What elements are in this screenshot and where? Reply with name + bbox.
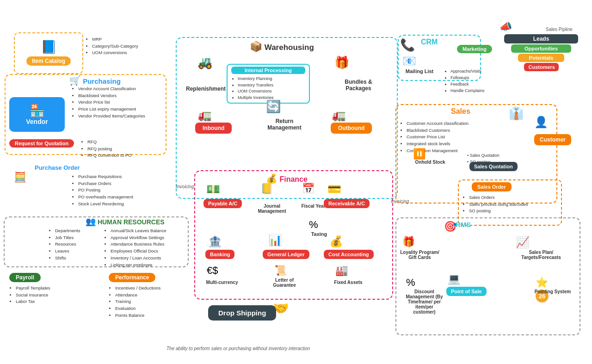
performance-bullets: Incentives / Deductions Attendance Train…	[109, 285, 160, 319]
bundles-label: Bundles & Packages	[333, 79, 384, 92]
rfq-label: Request for Quotation	[9, 139, 74, 148]
letter-guarantee-icon: 📜	[274, 265, 287, 277]
taxing-label: Taxing	[305, 231, 333, 237]
rfq-box: Request for Quotation	[9, 139, 74, 148]
sales-pipeline-title: Sales Pipline	[546, 27, 573, 32]
sales-order-bullets: Sales Orders Sales process using Barcode…	[462, 194, 528, 215]
banking-icon: 🏦	[208, 235, 222, 248]
payable-label: Payable A/C	[204, 199, 242, 208]
sales-plan-icon: 📈	[516, 236, 530, 249]
letter-guarantee-label: Letter of Guarantee	[268, 278, 301, 288]
loyalty-label: Loyality Program/ Gift Cards	[400, 250, 439, 260]
replenishment-icon: 🚜	[184, 56, 226, 70]
rms-box	[395, 217, 580, 335]
cost-accounting-icon: 💰	[329, 235, 343, 248]
po-label: Purchase Order	[35, 164, 80, 171]
customer-icon: 👤	[534, 116, 548, 129]
journal-icon: 📒	[260, 183, 273, 195]
star-icon: ⭐	[536, 277, 549, 289]
sales-order-label: Sales Order	[472, 182, 512, 191]
warehousing-title: 📦 Warehousing	[250, 41, 314, 53]
payable-icon: 💵	[206, 183, 220, 196]
inbound-truck-icon: 🚛	[198, 109, 212, 122]
loyalty-icon: 🎁	[402, 236, 415, 248]
megaphone-icon: 📣	[500, 21, 512, 33]
mailing-icon: 📧	[402, 55, 416, 68]
receivable-label: Receivable A/C	[324, 199, 370, 208]
fiscal-icon: 📅	[302, 183, 314, 195]
inbound-label: Inbound	[195, 123, 232, 134]
sales-bullets: Customer Account classification Blacklis…	[400, 120, 469, 154]
bundles-icon: 🎁	[334, 56, 349, 70]
drop-shipping-label: Drop Shipping	[208, 305, 276, 321]
internal-processing-bullets: Inventory Planning Inventory Transfers U…	[231, 76, 305, 101]
po-bullets: Purchase Requisitions Purchase Orders PO…	[72, 173, 133, 208]
rms-icon: 🎯	[444, 221, 456, 233]
rms-title: RMS	[456, 221, 471, 228]
funnel-potentials: Potentials	[518, 54, 564, 62]
outbound-truck-icon: 🚛	[332, 109, 346, 122]
mailing-bullets: Approachs/Visits Followups Feedback Hand…	[444, 68, 485, 94]
discount-icon: %	[406, 277, 415, 289]
fixed-assets-icon: 🏭	[335, 265, 348, 277]
return-label: Return Management	[264, 118, 305, 131]
onhold-label: Onhold Stock	[412, 160, 449, 165]
internal-processing-title: Internal Processing	[231, 67, 305, 74]
banking-label: Banking	[205, 250, 234, 259]
replenishment-label: Replenishment	[185, 86, 227, 92]
onhold-icon: ⏸️	[413, 148, 426, 160]
crm-title: CRM	[421, 38, 438, 46]
pointing-system-label: Pointing System	[534, 289, 571, 294]
funnel-leads: Leads	[504, 34, 578, 43]
payroll-bullets: Payroll Templates Social Insurance Labor…	[9, 285, 50, 305]
internal-processing-box: Internal Processing Inventory Planning I…	[227, 64, 310, 104]
diagram: 📘 Item Catalog MRP Category/Sub-Category…	[0, 0, 592, 364]
sales-plan-label: Sales Plan/ Targets/Forecasts	[518, 250, 564, 260]
calculator-icon: 🧮	[14, 171, 26, 183]
receivable-icon: 💳	[327, 183, 341, 196]
crm-phone-icon: 📞	[400, 38, 415, 52]
taxing-icon: %	[309, 219, 318, 231]
funnel-opportunities: Opportunities	[511, 44, 571, 53]
general-ledger-label: General Ledger	[263, 250, 309, 259]
invoicing-left-label: Invoicing	[176, 184, 194, 189]
item-catalog-bullets: MRP Category/Sub-Category UOM conversion…	[86, 36, 138, 56]
sales-quotation-label: Sales Quotation	[469, 162, 518, 171]
item-catalog-box: 📘 Item Catalog	[14, 32, 83, 74]
marketing-box: Marketing	[457, 44, 492, 53]
customer-label: Customer	[534, 134, 571, 145]
journal-label: Journal Management	[256, 204, 288, 214]
multicurrency-icon: €$	[207, 265, 218, 277]
sales-title: Sales	[451, 107, 470, 116]
sales-person-icon: 👔	[509, 106, 524, 121]
funnel-customers: Customers	[524, 63, 559, 71]
payroll-box: Payroll	[9, 273, 41, 282]
hr-title: 👥 HUMAN RESOURCES	[86, 216, 165, 227]
purchasing-title: 🛒 Purchasing	[69, 75, 121, 86]
item-catalog-icon: 📘	[41, 41, 57, 54]
fixed-assets-label: Fixed Assets	[332, 280, 364, 285]
mailing-label: Mailing List	[401, 68, 438, 74]
purchasing-bullets: Vendor Account Classification Blackliste…	[72, 86, 145, 120]
payroll-label: Payroll	[9, 273, 41, 282]
marketing-label: Marketing	[457, 45, 492, 53]
cost-accounting-label: Cost Accounting	[324, 250, 374, 259]
hr-bullets-right: Annual/Sick Leaves Balance Approval Work…	[104, 228, 166, 268]
item-catalog-label: Item Catalog	[26, 56, 71, 66]
pos-label: Point of Sale	[446, 287, 487, 296]
general-ledger-icon: 📊	[268, 234, 282, 247]
rfq-bullets: RFQ RFQ posting RFQ conversion to PO	[81, 139, 132, 159]
multicurrency-label: Multi-currency	[204, 280, 240, 285]
discount-label: Discount Management (By Timeframe/ per i…	[405, 289, 444, 315]
return-icon: 🔄	[266, 99, 281, 114]
pos-icon: 💻	[448, 273, 460, 285]
performance-box: Performance	[109, 273, 155, 282]
funnel-container: Leads Opportunities Potentials Customers	[504, 33, 578, 72]
outbound-label: Outbound	[331, 123, 372, 134]
performance-label: Performance	[109, 273, 155, 282]
drop-shipping-caption: The ability to perform sales or purchasi…	[166, 346, 310, 351]
hr-bullets-left: Departments Job Titles Resources Leaves …	[49, 228, 80, 262]
